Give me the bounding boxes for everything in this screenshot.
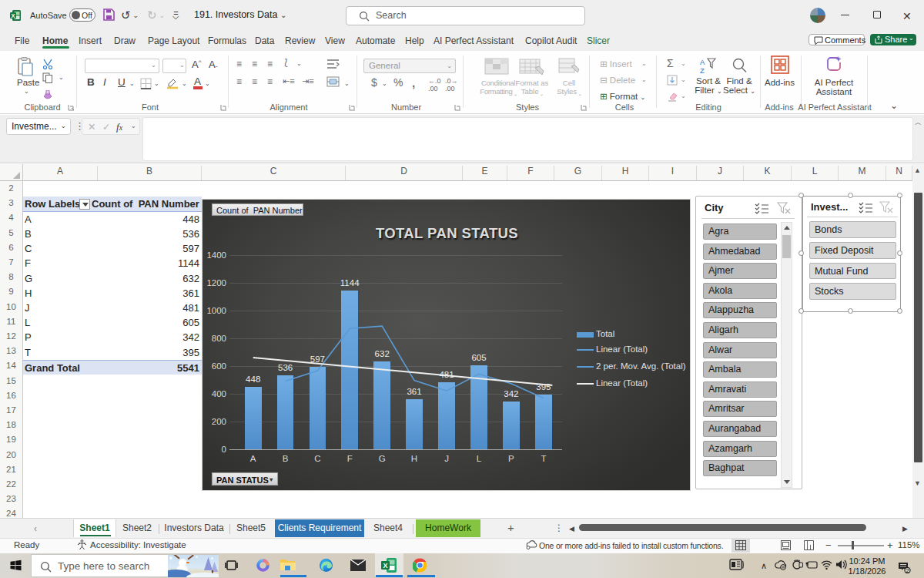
- svg-text:X: X: [383, 562, 387, 570]
- svg-text:Z: Z: [700, 66, 705, 74]
- svg-text:A: A: [700, 58, 705, 66]
- svg-text:2: 2: [906, 567, 909, 573]
- svg-text:X: X: [11, 12, 15, 19]
